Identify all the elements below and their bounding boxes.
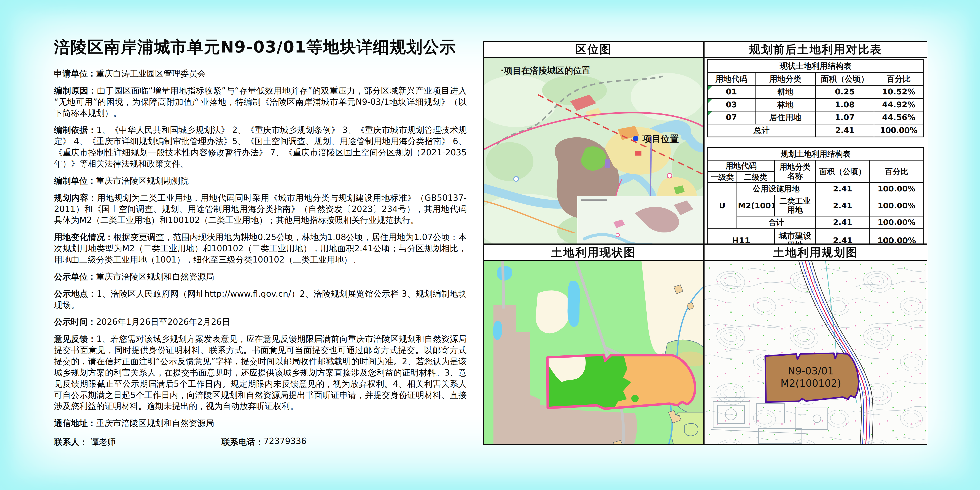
table-row: 03 林地 1.08 44.92% — [708, 98, 924, 111]
para-publicity-time: 公示时间：2026年1月26日至2026年2月26日 — [54, 316, 467, 328]
para-landchange-label: 用地变化情况： — [54, 232, 113, 242]
planned-landuse-map-image: N9-03/01 M2(100102) — [705, 261, 927, 444]
table-row: U 公用设施用地 2.41 100.00% — [708, 183, 924, 195]
map-table-grid: 区位图 — [483, 41, 927, 445]
panel-planned-landuse-map: 土地利用规划图 — [704, 244, 927, 445]
project-location-label: 项目位置 — [642, 134, 679, 144]
planned-landuse-map: N9-03/01 M2(100102) — [705, 261, 927, 444]
table-row: 合计 2.41 100.00% — [708, 216, 924, 228]
para-reason-label: 编制原因： — [54, 86, 97, 95]
panel-location-map: 区位图 — [483, 41, 704, 244]
para-compiler-label: 编制单位： — [54, 176, 96, 186]
table-row: M2(100102) 二类工业用地 2.41 100.00% — [708, 195, 924, 216]
location-map: ·项目在涪陵城区的位置 项目位置 — [484, 58, 703, 243]
para-address: 通信地址：重庆市涪陵区规划和自然资源局 — [54, 418, 467, 429]
page-title: 涪陵区南岸浦城市单元N9-03/01等地块详细规划公示 — [54, 36, 467, 58]
panel-current-title: 土地利用现状图 — [484, 245, 703, 261]
para-publicity-place-label: 公示地点： — [54, 289, 97, 299]
para-landchange: 用地变化情况：根据变更调查，范围内现状用地为耕地0.25公顷，林地为1.08公顷… — [54, 232, 467, 265]
inset-map — [577, 196, 703, 243]
location-map-image: ·项目在涪陵城区的位置 项目位置 — [484, 58, 703, 243]
para-compiler: 编制单位：重庆市涪陵区规划勘测院 — [54, 175, 467, 186]
panel-location-title: 区位图 — [484, 42, 703, 58]
para-reason: 编制原因：由于园区面临“增量用地指标收紧”与“存量低效用地并存”的双重压力，部分… — [54, 85, 467, 119]
parcel-label-type: M2(100102) — [781, 377, 841, 389]
project-location-marker — [633, 136, 638, 141]
planned-table-title: 规划土地利用结构表 — [708, 148, 924, 160]
table-row: 01 耕地 0.25 10.52% — [708, 86, 924, 99]
panel-current-landuse-map: 土地利用现状图 — [483, 244, 704, 445]
para-applicant-label: 申请单位： — [54, 69, 96, 78]
para-content-label: 规划内容： — [54, 193, 97, 203]
para-publicity-place: 公示地点：1、涪陵区人民政府网（网址http://www.fl.gov.cn/）… — [54, 288, 467, 311]
para-publicity-time-label: 公示时间： — [54, 317, 96, 327]
planned-landuse-table: 规划土地利用结构表 用地代码 用地分类名称 面积（公顷） 百分比 一级类 二级类… — [707, 147, 924, 243]
para-content: 规划内容：用地规划为二类工业用地，用地代码同时采用《城市用地分类与规划建设用地标… — [54, 192, 467, 226]
current-table-title: 现状土地利用结构表 — [708, 60, 924, 73]
compare-tables-body: 现状土地利用结构表 用地代码 用地分类 面积（公顷） 百分比 01 耕地 0.2… — [705, 58, 927, 243]
contact-phone: 联系电话：72379336 — [221, 436, 307, 448]
para-basis-label: 编制依据： — [54, 125, 97, 135]
parcel-current — [547, 355, 695, 409]
para-basis: 编制依据：1、《中华人民共和国城乡规划法》 2、《重庆市城乡规划条例》 3、《重… — [54, 124, 467, 169]
panel-compare-tables: 规划前后土地利用对比表 现状土地利用结构表 用地代码 用地分类 面积（公顷） 百… — [704, 41, 927, 244]
notice-text-column: 涪陵区南岸浦城市单元N9-03/01等地块详细规划公示 申请单位：重庆白涛工业园… — [54, 36, 467, 448]
planning-notice-poster: 涪陵区南岸浦城市单元N9-03/01等地块详细规划公示 申请单位：重庆白涛工业园… — [0, 0, 980, 490]
para-feedback: 意见反馈：1、若您需对该城乡规划方案发表意见，应在意见反馈期限届满前向重庆市涪陵… — [54, 333, 467, 412]
location-note-label: ·项目在涪陵城区的位置 — [501, 65, 590, 75]
para-publicity-unit: 公示单位：重庆市涪陵区规划和自然资源局 — [54, 271, 467, 282]
parcel-label-code: N9-03/01 — [788, 365, 834, 377]
para-applicant: 申请单位：重庆白涛工业园区管理委员会 — [54, 68, 467, 79]
contact-person: 联系人： 谭老师 — [54, 436, 221, 448]
para-feedback-label: 意见反馈： — [54, 334, 96, 344]
panel-compare-title: 规划前后土地利用对比表 — [705, 42, 927, 58]
para-publicity-unit-label: 公示单位： — [54, 272, 96, 282]
contact-row: 联系人： 谭老师 联系电话：72379336 — [54, 436, 467, 448]
table-total-row: 总计 2.41 100.00% — [708, 124, 924, 137]
para-address-label: 通信地址： — [54, 418, 96, 428]
current-landuse-map — [484, 261, 703, 444]
table-row: 07 居住用地 1.07 44.56% — [708, 111, 924, 124]
panel-planned-title: 土地利用规划图 — [705, 245, 927, 261]
table-total-row: H11 城市建设用地 2.41 100.00% — [708, 228, 924, 243]
current-landuse-table: 现状土地利用结构表 用地代码 用地分类 面积（公顷） 百分比 01 耕地 0.2… — [707, 59, 924, 137]
current-landuse-map-image — [484, 261, 703, 444]
parcel-planned: N9-03/01 M2(100102) — [765, 353, 859, 402]
